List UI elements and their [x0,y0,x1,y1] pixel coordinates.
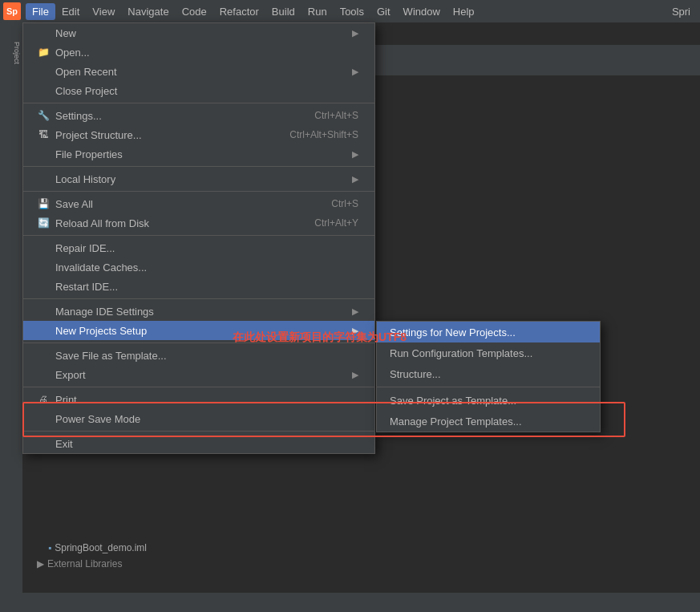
submenu-item-4[interactable]: Save Project as Template... [377,390,600,411]
menu-icon-5: 🔧 [36,110,51,121]
menu-separator-8 [23,166,374,167]
menu-navigate[interactable]: Navigate [121,3,175,20]
menu-item-label-16: Restart IDE... [55,281,358,293]
menu-item-label-15: Invalidate Caches... [55,261,358,274]
menu-item-1[interactable]: 📁 Open... [23,43,374,62]
menu-item-22[interactable]: Export ▶ [23,365,374,384]
menu-item-19[interactable]: New Projects Setup ▶ Settings for New Pr… [23,321,374,340]
menu-tools[interactable]: Tools [334,3,370,20]
menu-item-15[interactable]: Invalidate Caches... [23,257,374,277]
menu-item-21[interactable]: Save File as Template... [23,346,374,365]
menu-item-5[interactable]: 🔧 Settings... Ctrl+Alt+S [23,106,374,125]
menu-item-label-2: Open Recent [55,66,346,78]
menu-item-label-12: Reload All from Disk [55,217,298,229]
menu-separator-17 [23,298,374,299]
title-right: Spri [672,6,697,18]
menu-item-0[interactable]: New ▶ [23,23,374,43]
menu-item-label-19: New Projects Setup [55,325,346,337]
app-logo: Sp [3,2,21,20]
submenu-label-0: Settings for New Projects... [390,326,516,338]
menu-shortcut-12: Ctrl+Alt+Y [314,217,358,229]
tree-item-external-libs[interactable]: ▶ External Libraries [30,556,153,572]
menu-bar: Sp File Edit View Navigate Code Refactor… [0,0,700,22]
submenu-item-5[interactable]: Manage Project Templates... [377,411,600,432]
menu-item-label-25: Power Save Mode [55,413,358,425]
submenu-label-2: Structure... [390,368,441,380]
menu-help[interactable]: Help [447,3,481,20]
tree-iml-label: SpringBoot_demo.iml [55,542,147,553]
menu-icon-24: 🖨 [36,394,51,405]
menu-item-label-0: New [55,27,346,39]
menu-file[interactable]: File [26,3,55,20]
menu-item-label-27: Exit [55,438,358,450]
iml-icon: ▪ [48,542,51,553]
menu-item-7[interactable]: File Properties ▶ [23,144,374,164]
submenu-item-2[interactable]: Structure... [377,363,600,384]
menu-window[interactable]: Window [397,3,447,20]
menu-build[interactable]: Build [265,3,301,20]
external-libs-label: External Libraries [47,558,122,569]
menu-item-27[interactable]: Exit [23,434,374,453]
menu-item-16[interactable]: Restart IDE... [23,277,374,296]
menu-separator-20 [23,342,374,343]
menu-item-18[interactable]: Manage IDE Settings ▶ [23,302,374,321]
menu-git[interactable]: Git [370,3,397,20]
submenu-item-1[interactable]: Run Configuration Templates... [377,342,600,363]
menu-item-24[interactable]: 🖨 Print... [23,390,374,409]
menu-item-label-24: Print... [55,394,358,406]
menu-arrow-22: ▶ [352,370,358,380]
menu-separator-4 [23,103,374,103]
menu-view[interactable]: View [86,3,121,20]
submenu-label-1: Run Configuration Templates... [390,347,532,359]
menu-separator-26 [23,431,374,432]
menu-item-label-3: Close Project [55,85,358,97]
menu-item-label-9: Local History [55,173,346,185]
submenu-separator-3 [377,387,600,387]
menu-icon-11: 💾 [36,198,51,209]
menu-arrow-2: ▶ [352,67,358,77]
file-menu: New ▶ 📁 Open... Open Recent ▶ Close Proj… [22,22,375,454]
menu-item-9[interactable]: Local History ▶ [23,169,374,188]
menu-code[interactable]: Code [176,3,213,20]
menu-arrow-19: ▶ [352,326,358,336]
menu-edit[interactable]: Edit [55,3,86,20]
menu-item-25[interactable]: Power Save Mode [23,409,374,428]
menu-shortcut-11: Ctrl+S [331,198,358,209]
menu-item-12[interactable]: 🔄 Reload All from Disk Ctrl+Alt+Y [23,213,374,233]
menu-item-label-5: Settings... [55,110,298,122]
menu-item-label-14: Repair IDE... [55,242,358,254]
menu-item-label-21: Save File as Template... [55,350,358,362]
sidebar-project-btn[interactable]: Project [2,29,21,77]
menu-arrow-18: ▶ [352,306,358,317]
menu-arrow-0: ▶ [352,28,358,39]
menu-separator-13 [23,235,374,236]
submenu-item-0[interactable]: Settings for New Projects... [377,322,600,342]
menu-item-label-18: Manage IDE Settings [55,306,346,318]
menu-separator-23 [23,387,374,387]
menu-icon-1: 📁 [36,47,51,58]
menu-item-label-22: Export [55,369,346,381]
project-tree: ▪ SpringBoot_demo.iml ▶ External Librari… [30,540,153,572]
menu-item-11[interactable]: 💾 Save All Ctrl+S [23,194,374,213]
menu-arrow-9: ▶ [352,174,358,184]
tree-item-iml[interactable]: ▪ SpringBoot_demo.iml [42,540,153,556]
menu-item-label-11: Save All [55,198,315,210]
menu-item-6[interactable]: 🏗 Project Structure... Ctrl+Alt+Shift+S [23,125,374,144]
menu-icon-12: 🔄 [36,217,51,229]
submenu-new-projects: Settings for New Projects... Run Configu… [376,321,601,432]
sidebar: Project [0,22,22,612]
bottom-bar [0,593,700,612]
menu-arrow-7: ▶ [352,149,358,160]
menu-item-label-7: File Properties [55,148,346,160]
menu-item-2[interactable]: Open Recent ▶ [23,62,374,81]
menu-item-14[interactable]: Repair IDE... [23,238,374,257]
external-libs-icon: ▶ [37,558,44,569]
menu-item-3[interactable]: Close Project [23,81,374,100]
menu-run[interactable]: Run [301,3,334,20]
menu-icon-6: 🏗 [36,129,51,140]
submenu-label-4: Save Project as Template... [390,395,516,407]
menu-item-label-1: Open... [55,47,358,59]
menu-shortcut-5: Ctrl+Alt+S [314,110,358,121]
menu-refactor[interactable]: Refactor [213,3,265,20]
menu-shortcut-6: Ctrl+Alt+Shift+S [289,129,358,140]
